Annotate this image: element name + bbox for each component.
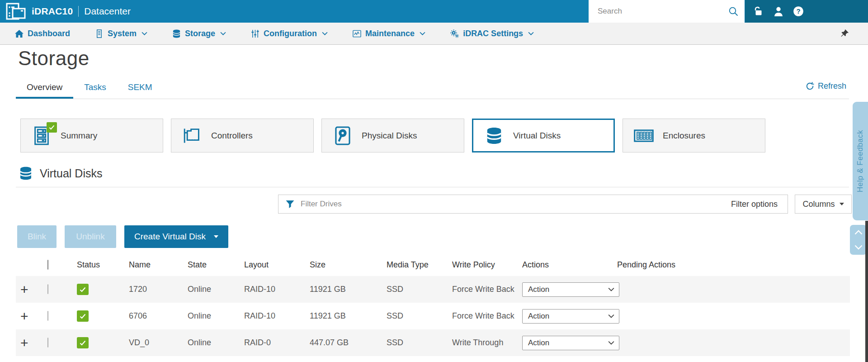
virtual-disks-icon [484,126,504,146]
idrac-logo-icon [5,3,26,20]
action-select-value: Action [528,338,549,348]
summary-icon [32,126,52,146]
expand-row-icon[interactable]: + [16,335,28,350]
nav-item-configuration[interactable]: Configuration [251,29,328,38]
physical-disks-icon [333,126,353,146]
green-check-badge [47,122,57,133]
unlock-icon[interactable] [753,6,764,17]
columns-dropdown-button[interactable]: Columns [795,195,852,214]
card-virtual-disks[interactable]: Virtual Disks [472,119,615,152]
create-virtual-disk-button[interactable]: Create Virtual Disk [124,225,228,248]
svg-text:?: ? [796,7,800,15]
page-title: Storage [18,47,90,70]
row-action-select[interactable]: Action [522,336,619,350]
pin-icon[interactable] [840,29,849,38]
create-virtual-disk-label: Create Virtual Disk [134,232,206,242]
status-ok-icon [77,284,89,295]
table-row: + 1720 Online RAID-10 11921 GB SSD Force… [16,276,850,303]
vertical-scrollbar-track[interactable] [865,221,868,362]
col-header-actions: Actions [522,260,617,270]
scroll-up-button[interactable] [854,230,863,235]
card-enclosures[interactable]: Enclosures [623,119,765,152]
nav-label: iDRAC Settings [463,29,523,38]
home-icon [15,29,24,38]
section-head: Virtual Disks [19,167,102,180]
unblink-button[interactable]: Unblink [65,225,116,248]
scroll-widget [850,225,867,255]
configuration-icon [251,29,259,38]
col-header-status: Status [77,260,129,270]
card-label: Enclosures [663,131,705,141]
table-row: + VD_0 Online RAID-0 447.07 GB SSD Write… [16,329,850,356]
storage-icon [172,29,181,38]
scroll-down-button[interactable] [854,245,863,250]
tab-overview[interactable]: Overview [16,80,73,98]
help-icon[interactable]: ? [793,6,804,17]
nav-item-dashboard[interactable]: Dashboard [15,29,70,38]
help-feedback-tab[interactable]: Help & Feedback [853,102,868,220]
chevron-down-icon [322,32,328,35]
search-input[interactable] [589,0,728,23]
filter-drives-input[interactable] [301,195,721,213]
refresh-label: Refresh [818,81,846,91]
cell-media-type: SSD [387,311,452,321]
filter-options-button[interactable]: Filter options [721,200,788,209]
refresh-icon [806,82,814,90]
tab-tasks[interactable]: Tasks [73,80,117,98]
virtual-disks-section-icon [19,167,33,180]
nav-label: Storage [185,29,215,38]
col-header-state: State [188,260,244,270]
row-action-select[interactable]: Action [522,282,619,297]
nav-label: Configuration [264,29,317,38]
enclosures-icon [634,126,654,146]
row-checkbox[interactable] [47,284,48,294]
refresh-button[interactable]: Refresh [806,81,846,91]
chevron-down-icon [220,32,226,35]
nav-item-storage[interactable]: Storage [172,29,226,38]
nav-label: Dashboard [28,29,70,38]
caret-down-icon [840,203,844,205]
nav-item-idrac-settings[interactable]: iDRAC Settings [450,29,534,38]
col-header-write-policy: Write Policy [452,260,522,270]
table-row: + 6706 Online RAID-10 11921 GB SSD Force… [16,303,850,329]
filter-drives-box: Filter options [278,195,788,214]
cell-state: Online [188,285,244,294]
row-checkbox[interactable] [47,311,48,321]
blink-button[interactable]: Blink [17,225,57,248]
card-physical-disks[interactable]: Physical Disks [321,119,464,152]
cell-size: 11921 GB [310,311,387,321]
filter-icon [286,200,294,209]
cell-layout: RAID-10 [244,285,310,294]
select-all-checkbox[interactable] [47,260,48,270]
row-action-select[interactable]: Action [522,309,619,324]
cell-name: 6706 [129,311,188,321]
expand-row-icon[interactable]: + [16,309,28,324]
user-icon[interactable] [773,6,784,17]
nav-item-system[interactable]: System [95,29,147,38]
search-box [589,0,745,23]
cell-name: 1720 [129,285,188,294]
card-summary[interactable]: Summary [20,119,163,152]
tab-bar-divider [16,99,849,99]
caret-down-icon [214,235,218,238]
virtual-disks-table: Status Name State Layout Size Media Type… [16,253,850,356]
top-bar-right: ? [745,0,868,23]
card-controllers[interactable]: Controllers [171,119,314,152]
product-name: iDRAC10 [32,6,73,17]
cell-write-policy: Write Through [452,338,522,348]
action-select-value: Action [528,312,549,321]
col-header-layout: Layout [244,260,310,270]
nav-label: Maintenance [365,29,415,38]
cell-size: 447.07 GB [310,338,387,348]
nav-item-maintenance[interactable]: Maintenance [353,29,425,38]
row-checkbox[interactable] [47,338,48,348]
card-label: Virtual Disks [513,131,561,141]
tab-sekm[interactable]: SEKM [117,80,163,98]
maintenance-icon [353,29,361,38]
col-header-name: Name [129,260,188,270]
expand-row-icon[interactable]: + [16,282,28,297]
col-header-size: Size [310,260,387,270]
search-icon[interactable] [728,6,738,16]
idrac-storage-page: iDRAC10 Datacenter ? [0,0,868,362]
brand-divider [78,6,79,17]
